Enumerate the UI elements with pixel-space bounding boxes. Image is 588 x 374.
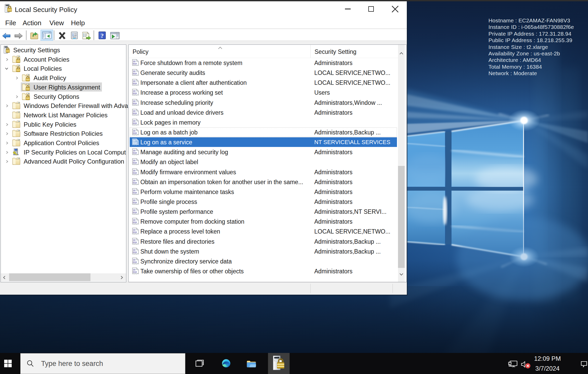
svg-text:10: 10 [133, 259, 135, 261]
svg-text:10: 10 [133, 189, 135, 192]
svg-text:010: 010 [133, 271, 137, 273]
svg-text:010: 010 [133, 201, 137, 204]
svg-text:10: 10 [133, 229, 135, 231]
svg-text:10: 10 [133, 70, 135, 73]
svg-text:10: 10 [133, 199, 135, 202]
svg-text:010: 010 [133, 102, 137, 105]
svg-text:10: 10 [133, 110, 135, 112]
svg-text:010: 010 [133, 231, 137, 234]
svg-text:10: 10 [133, 60, 135, 63]
svg-text:10: 10 [133, 209, 135, 211]
svg-text:010: 010 [133, 142, 137, 144]
svg-text:010: 010 [133, 122, 137, 125]
svg-text:010: 010 [133, 261, 137, 263]
svg-text:10: 10 [133, 149, 135, 152]
svg-text:010: 010 [133, 92, 137, 95]
svg-text:010: 010 [133, 182, 137, 184]
svg-text:010: 010 [133, 251, 137, 254]
svg-text:010: 010 [133, 62, 137, 65]
svg-text:010: 010 [133, 191, 137, 194]
svg-text:10: 10 [133, 219, 135, 221]
svg-text:010: 010 [133, 211, 137, 214]
svg-text:010: 010 [133, 152, 137, 154]
svg-text:010: 010 [133, 72, 137, 75]
svg-text:010: 010 [133, 172, 137, 174]
svg-text:10: 10 [133, 80, 135, 82]
svg-text:10: 10 [133, 159, 135, 162]
svg-text:10: 10 [133, 268, 135, 271]
svg-text:010: 010 [133, 132, 137, 134]
svg-text:010: 010 [133, 162, 137, 164]
svg-text:?: ? [101, 32, 104, 39]
svg-text:10: 10 [133, 239, 135, 241]
svg-text:10: 10 [133, 169, 135, 172]
svg-text:10: 10 [133, 90, 135, 92]
svg-text:10: 10 [133, 130, 135, 132]
svg-text:10: 10 [133, 100, 135, 102]
svg-text:10: 10 [133, 139, 135, 142]
svg-text:010: 010 [133, 221, 137, 224]
svg-text:10: 10 [133, 179, 135, 182]
svg-text:10: 10 [133, 120, 135, 122]
svg-text:010: 010 [133, 241, 137, 244]
svg-text:010: 010 [133, 82, 137, 85]
svg-text:010: 010 [133, 112, 137, 115]
svg-text:10: 10 [133, 249, 135, 251]
